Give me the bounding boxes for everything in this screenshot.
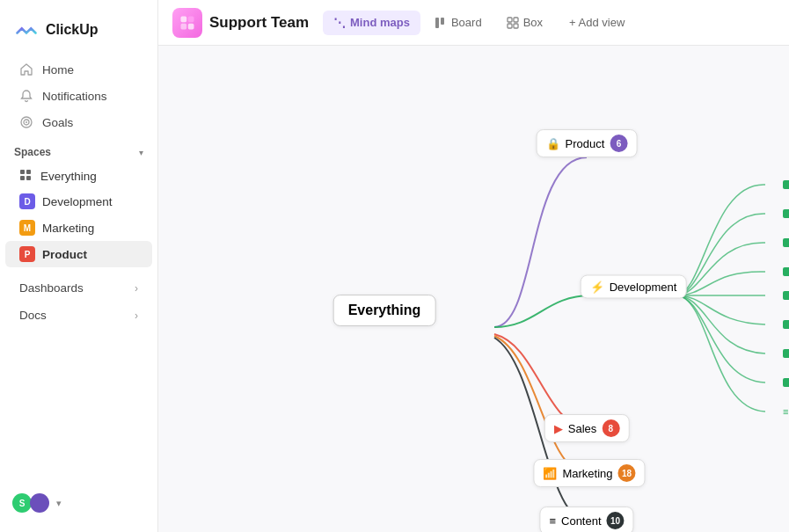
space-product[interactable]: P Product [5, 241, 152, 267]
qa-icon [783, 291, 789, 300]
home-icon [19, 62, 33, 77]
tab-mind-maps-label: Mind maps [350, 16, 410, 29]
roadmap-icon [783, 180, 789, 189]
development-icon: ⚡ [590, 281, 604, 294]
notes-icon: ≡ [783, 406, 788, 417]
svg-rect-13 [508, 18, 512, 22]
mindmap-canvas: Everything 🔒 Product 6 ⚡ Development ▶ S… [158, 46, 789, 532]
ios-icon [783, 349, 789, 358]
development-avatar: D [19, 193, 35, 209]
leaf-qa[interactable]: QA 11 [783, 288, 789, 303]
product-badge: 6 [610, 135, 627, 152]
leaf-notes[interactable]: ≡ Notes 3 [783, 404, 789, 419]
sprints-icon [783, 238, 789, 247]
product-node-label: Product [566, 137, 605, 150]
add-view-label: + Add view [569, 16, 625, 29]
team-icon [172, 8, 202, 38]
svg-point-2 [26, 121, 27, 123]
app-name: ClickUp [46, 22, 99, 38]
logo-area: ClickUp [0, 11, 157, 56]
space-development-label: Development [42, 195, 113, 208]
tab-board[interactable]: Board [424, 11, 493, 34]
android-icon [783, 378, 789, 387]
sales-icon: ▶ [554, 422, 563, 435]
product-avatar: P [19, 246, 35, 262]
tab-box-label: Box [523, 16, 543, 29]
svg-rect-16 [514, 24, 518, 28]
root-node[interactable]: Everything [333, 295, 436, 326]
mind-maps-icon: ⋱ [333, 16, 346, 30]
product-node[interactable]: 🔒 Product 6 [537, 129, 638, 157]
sales-node[interactable]: ▶ Sales 8 [544, 414, 630, 442]
avatar-green: S [12, 493, 32, 513]
svg-rect-14 [514, 18, 518, 22]
tab-mind-maps[interactable]: ⋱ Mind maps [323, 11, 420, 35]
nav-notifications[interactable]: Notifications [5, 83, 152, 109]
dashboards-label: Dashboards [19, 281, 84, 295]
svg-rect-11 [435, 18, 439, 28]
leaf-roadmap[interactable]: Roadmap 11 [783, 177, 789, 193]
development-node[interactable]: ⚡ Development [581, 275, 687, 299]
content-icon: ≡ [549, 514, 556, 528]
leaf-sprints[interactable]: Sprints 11 [783, 235, 789, 251]
svg-rect-10 [188, 23, 194, 29]
docs-chevron-icon: › [135, 310, 138, 322]
spaces-chevron-icon[interactable]: ▾ [139, 148, 143, 157]
main-content: Support Team ⋱ Mind maps Board Box + Add… [158, 0, 789, 532]
team-logo-icon [179, 14, 196, 32]
automation-icon [783, 209, 789, 218]
mindmap-connections [158, 46, 789, 532]
leaf-tooling[interactable]: Tooling 5 [783, 264, 789, 280]
spaces-section-header: Spaces ▾ [0, 135, 157, 164]
root-node-label: Everything [348, 302, 421, 318]
leaf-analytics[interactable]: Analytics 5 [783, 317, 789, 332]
add-view-button[interactable]: + Add view [560, 11, 633, 34]
docs-label: Docs [19, 309, 47, 322]
user-area[interactable]: S ▾ [0, 485, 157, 521]
goals-label: Goals [42, 116, 73, 129]
sales-node-label: Sales [568, 422, 597, 435]
tab-box[interactable]: Box [496, 11, 553, 34]
space-marketing-label: Marketing [42, 222, 94, 235]
marketing-icon: 📶 [543, 467, 557, 480]
space-development[interactable]: D Development [5, 188, 152, 215]
dashboards-chevron-icon: › [135, 282, 138, 295]
leaf-ios[interactable]: iOS 1 [783, 346, 789, 361]
topbar: Support Team ⋱ Mind maps Board Box + Add… [158, 0, 789, 46]
svg-rect-8 [188, 16, 194, 22]
user-chevron-icon: ▾ [56, 498, 62, 509]
marketing-node[interactable]: 📶 Marketing 18 [533, 459, 645, 487]
tooling-icon [783, 267, 789, 276]
content-node-label: Content [561, 514, 602, 528]
board-icon [435, 17, 447, 29]
space-everything-label: Everything [40, 170, 97, 183]
box-icon [507, 17, 519, 29]
home-label: Home [42, 63, 74, 77]
marketing-avatar: M [19, 220, 35, 236]
analytics-icon [783, 320, 789, 329]
svg-rect-7 [181, 16, 187, 22]
svg-rect-9 [181, 23, 187, 29]
marketing-badge: 18 [618, 464, 636, 482]
svg-rect-12 [441, 18, 444, 25]
nav-home[interactable]: Home [5, 56, 152, 83]
leaf-automation[interactable]: Automation 6 [783, 206, 789, 222]
spaces-label: Spaces [14, 146, 51, 158]
leaf-android[interactable]: Android 4 [783, 375, 789, 390]
sidebar: ClickUp Home Notifications Goals Spaces … [0, 0, 158, 532]
space-marketing[interactable]: M Marketing [5, 215, 152, 241]
space-everything[interactable]: Everything [5, 164, 152, 188]
svg-rect-4 [26, 170, 31, 174]
sales-badge: 8 [602, 419, 619, 437]
goals-icon [19, 115, 33, 129]
marketing-node-label: Marketing [562, 467, 612, 480]
svg-rect-3 [20, 170, 25, 174]
nav-goals[interactable]: Goals [5, 109, 152, 135]
notifications-label: Notifications [42, 90, 107, 103]
dashboards-link[interactable]: Dashboards › [5, 274, 152, 302]
docs-link[interactable]: Docs › [5, 302, 152, 329]
content-node[interactable]: ≡ Content 10 [539, 506, 633, 532]
team-name: Support Team [209, 14, 309, 32]
clickup-logo-icon [14, 18, 39, 42]
content-badge: 10 [607, 512, 625, 529]
